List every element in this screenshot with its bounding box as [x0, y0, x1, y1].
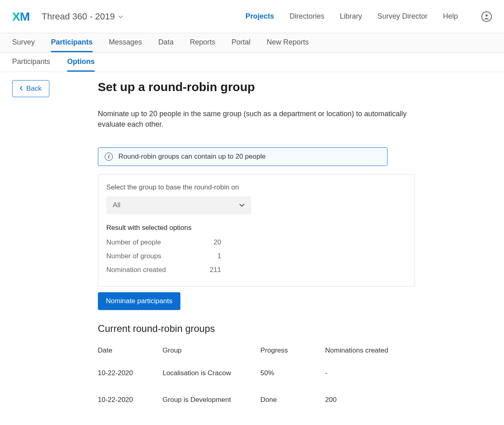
nav-projects[interactable]: Projects: [246, 12, 274, 21]
nominate-button[interactable]: Nominate participants: [98, 292, 180, 310]
project-switcher[interactable]: Thread 360 - 2019: [42, 11, 123, 22]
col-date: Date: [98, 346, 163, 355]
primary-tabs: Survey Participants Messages Data Report…: [0, 33, 504, 53]
svg-point-0: [485, 14, 487, 16]
cell-nominations: 200: [325, 396, 406, 404]
nav-library[interactable]: Library: [340, 12, 362, 21]
tab-data[interactable]: Data: [158, 33, 174, 52]
result-heading: Result with selected options: [106, 224, 407, 232]
chevron-left-icon: [20, 86, 23, 92]
back-button[interactable]: Back: [12, 80, 49, 97]
tab-survey[interactable]: Survey: [12, 33, 35, 52]
cell-date: 10-22-2020: [98, 396, 163, 404]
cell-progress: Done: [260, 396, 325, 404]
subtab-participants[interactable]: Participants: [12, 53, 50, 72]
page-description: Nominate up to 20 people in the same gro…: [98, 108, 413, 130]
chevron-down-icon: [239, 201, 245, 209]
logo: XM: [12, 10, 30, 23]
col-nominations: Nominations created: [325, 346, 406, 355]
tab-reports[interactable]: Reports: [190, 33, 215, 52]
result-nominations-label: Nomination created: [106, 266, 208, 274]
info-icon: i: [105, 153, 113, 161]
cell-group: Localisation is Cracow: [163, 369, 260, 377]
back-label: Back: [26, 85, 42, 93]
result-groups-label: Number of groups: [106, 252, 208, 260]
result-row-nominations: Nomination created 211: [106, 266, 407, 274]
nav-help[interactable]: Help: [443, 12, 458, 21]
top-nav: Projects Directories Library Survey Dire…: [246, 11, 492, 22]
page-title: Set up a round-robin group: [98, 80, 417, 94]
group-select-value: All: [113, 201, 121, 209]
cell-group: Group is Development: [163, 396, 260, 404]
nav-survey-director[interactable]: Survey Director: [377, 12, 428, 21]
user-avatar-icon[interactable]: [481, 11, 492, 22]
info-text: Round-robin groups can contain up to 20 …: [119, 153, 266, 161]
result-people-value: 20: [208, 238, 221, 246]
group-select[interactable]: All: [106, 196, 251, 214]
cell-progress: 50%: [260, 369, 325, 377]
tab-portal[interactable]: Portal: [231, 33, 250, 52]
cell-date: 10-22-2020: [98, 369, 163, 377]
table-row: 10-22-2020 Group is Development Done 200: [98, 396, 415, 404]
main-panel: Set up a round-robin group Nominate up t…: [98, 80, 417, 423]
result-nominations-value: 211: [208, 266, 221, 274]
groups-table: Date Group Progress Nominations created …: [98, 346, 415, 404]
select-label: Select the group to base the round-robin…: [106, 183, 407, 191]
tab-new-reports[interactable]: New Reports: [267, 33, 309, 52]
cell-nominations: -: [325, 369, 406, 377]
result-row-people: Number of people 20: [106, 238, 407, 246]
subtab-options[interactable]: Options: [67, 53, 95, 72]
project-name: Thread 360 - 2019: [42, 11, 115, 22]
info-banner: i Round-robin groups can contain up to 2…: [98, 147, 388, 166]
content-area: Back Set up a round-robin group Nominate…: [0, 72, 504, 425]
tab-participants[interactable]: Participants: [51, 33, 93, 52]
col-group: Group: [163, 346, 260, 355]
col-progress: Progress: [260, 346, 325, 355]
current-groups-title: Current round-robin groups: [98, 323, 417, 334]
nav-directories[interactable]: Directories: [290, 12, 324, 21]
secondary-tabs: Participants Options: [0, 53, 504, 72]
result-row-groups: Number of groups 1: [106, 252, 407, 260]
result-groups-value: 1: [208, 252, 221, 260]
result-people-label: Number of people: [106, 238, 208, 246]
table-header: Date Group Progress Nominations created: [98, 346, 415, 355]
config-box: Select the group to base the round-robin…: [98, 174, 415, 287]
chevron-down-icon: [118, 13, 123, 20]
top-bar: XM Thread 360 - 2019 Projects Directorie…: [0, 0, 504, 33]
tab-messages[interactable]: Messages: [109, 33, 142, 52]
table-row: 10-22-2020 Localisation is Cracow 50% -: [98, 369, 415, 377]
